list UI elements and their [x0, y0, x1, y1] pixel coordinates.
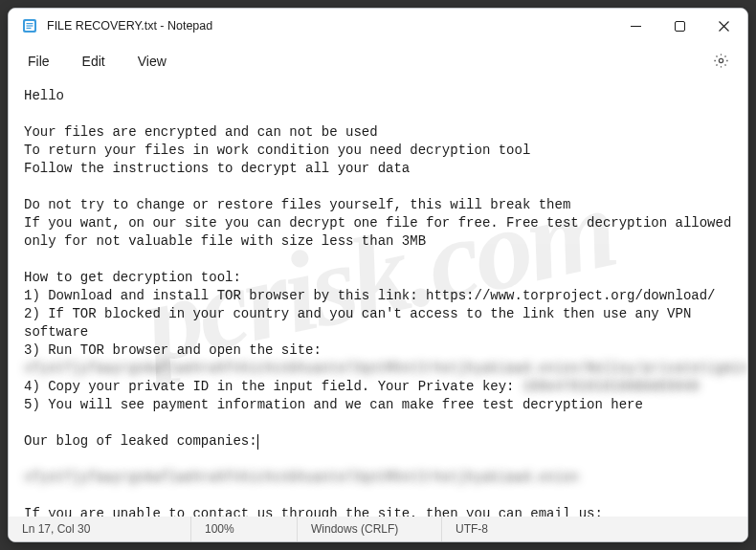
status-encoding[interactable]: UTF-8 [442, 517, 747, 541]
text-caret [257, 434, 258, 450]
minimize-button[interactable] [613, 9, 657, 43]
status-position: Ln 17, Col 30 [9, 517, 190, 541]
text-line: 2) If TOR blocked in your country and yo… [24, 306, 700, 340]
svg-rect-2 [27, 23, 33, 24]
svg-rect-3 [27, 25, 33, 26]
text-line: If you are unable to contact us through … [24, 506, 611, 517]
svg-point-7 [719, 58, 723, 62]
text-line: 5) You will see payment information and … [24, 397, 643, 412]
menu-file[interactable]: File [14, 48, 63, 75]
redacted-text: xfyotfjyfawyrgnAwflwehrwhfnhichcnbhuante… [24, 470, 579, 485]
svg-rect-6 [675, 21, 684, 31]
notepad-icon [22, 18, 37, 33]
menu-view[interactable]: View [124, 48, 180, 75]
redacted-text: xfyotfjyfawyrgnAwflwehrwhfnhichcnbhuante… [24, 361, 747, 376]
window-title: FILE RECOVERY.txt - Notepad [47, 19, 613, 33]
text-line: Follow the instructions to decrypt all y… [24, 161, 410, 176]
svg-rect-4 [27, 28, 32, 29]
notepad-window: FILE RECOVERY.txt - Notepad File Edit Vi… [8, 8, 748, 542]
close-button[interactable] [701, 9, 745, 43]
status-zoom[interactable]: 100% [191, 517, 297, 541]
window-controls [613, 9, 745, 43]
text-line: How to get decryption tool: [24, 270, 241, 285]
text-line: To return your files in work condition y… [24, 143, 530, 158]
text-line: Hello [24, 88, 64, 103]
menubar: File Edit View [9, 43, 747, 79]
text-line: 1) Download and install TOR browser by t… [24, 288, 716, 303]
redacted-text: 180e478101010ABAAE0040 [523, 379, 700, 394]
text-line: Do not try to change or restore files yo… [24, 197, 570, 212]
settings-button[interactable] [705, 46, 736, 77]
titlebar: FILE RECOVERY.txt - Notepad [9, 9, 747, 43]
text-editor[interactable]: Hello Your files are encrypted and can n… [9, 79, 747, 517]
menu-edit[interactable]: Edit [69, 48, 119, 75]
text-line: If you want, on our site you can decrypt… [24, 215, 740, 249]
status-lineending[interactable]: Windows (CRLF) [298, 517, 441, 541]
text-line: 3) Run TOR browser and open the site: [24, 342, 322, 358]
maximize-button[interactable] [657, 9, 701, 43]
statusbar: Ln 17, Col 30 100% Windows (CRLF) UTF-8 [9, 517, 747, 541]
text-line: Our blog of leaked companies: [24, 433, 257, 449]
text-line: 4) Copy your private ID in the input fie… [24, 379, 523, 394]
svg-rect-5 [631, 26, 641, 27]
text-line: Your files are encrypted and can not be … [24, 124, 378, 140]
